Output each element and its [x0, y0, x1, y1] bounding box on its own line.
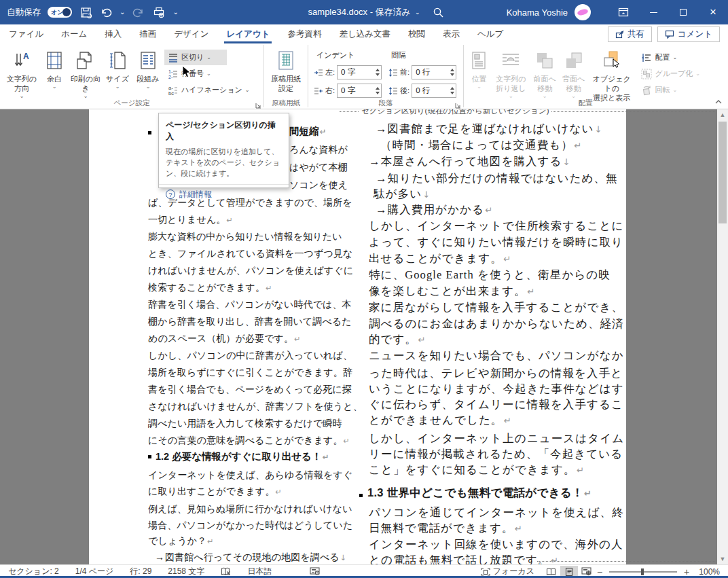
line-numbers-button[interactable]: 1- 2- 行番号 ⌄	[164, 66, 254, 82]
tab-ヘルプ[interactable]: ヘルプ	[469, 24, 512, 43]
spin-up-icon[interactable]	[376, 69, 380, 71]
spin-up-icon[interactable]	[376, 87, 380, 90]
text-wrap-icon	[500, 48, 521, 73]
zoom-slider[interactable]	[609, 571, 677, 573]
zoom-slider-thumb[interactable]	[641, 568, 644, 575]
tab-ファイル[interactable]: ファイル	[0, 24, 52, 43]
spin-up-icon[interactable]	[450, 87, 454, 90]
spin-down-icon[interactable]	[450, 73, 454, 76]
align-icon	[641, 52, 653, 63]
spacing-before-text: 前:	[400, 67, 410, 77]
scrollbar-thumb[interactable]	[718, 122, 727, 223]
text-direction-button[interactable]: A 文字列の方向 ⌄	[3, 46, 41, 99]
doc-text-line: しかし、インターネットで住所検索することに	[369, 219, 623, 234]
indent-right-input[interactable]: 0 字	[337, 84, 382, 98]
close-button[interactable]: ×	[698, 0, 728, 24]
doc-text-line: 的です。↵	[369, 332, 425, 347]
group-label-paragraph: 段落	[308, 98, 463, 108]
svg-text:2-: 2-	[168, 75, 173, 79]
redo-icon	[132, 5, 145, 19]
display-settings-icon[interactable]	[302, 567, 328, 576]
spin-down-icon[interactable]	[450, 92, 454, 94]
tab-表示[interactable]: 表示	[434, 24, 469, 43]
tab-挿入[interactable]: 挿入	[96, 24, 130, 43]
doc-text-line: にその言葉の意味を調べることができます。↵	[148, 435, 350, 447]
print-preview-icon[interactable]	[152, 5, 166, 19]
breaks-button[interactable]: 区切り ⌄	[164, 50, 227, 65]
tooltip-help-link[interactable]: ? 詳細情報	[166, 189, 282, 200]
doc-text-line: でしょうか？↵	[148, 535, 214, 547]
spacing-before-icon	[388, 69, 398, 77]
indent-label: インデント	[316, 50, 382, 60]
zoom-level[interactable]: 100%	[691, 567, 728, 577]
doc-text-line: 場所を取らずにすぐに引くことができます。辞	[148, 367, 352, 379]
selection-pane-button[interactable]: オブジェクトの 選択と表示	[588, 46, 636, 103]
scroll-down-icon[interactable]: ▼	[717, 554, 728, 564]
columns-button[interactable]: 段組み ⌄	[132, 46, 164, 90]
user-name[interactable]: Kohama Yoshie	[507, 7, 568, 18]
spellcheck-icon[interactable]	[213, 567, 239, 576]
avatar[interactable]	[575, 4, 591, 20]
genko-settings-button[interactable]: 原稿用紙 設定	[267, 46, 305, 94]
autosave-toggle[interactable]: オン	[48, 7, 72, 18]
group-page-setup: A 文字列の方向 ⌄ 余白 ⌄	[0, 43, 263, 109]
undo-dropdown-icon[interactable]: ⌄	[120, 9, 125, 16]
size-button[interactable]: サイズ ⌄	[103, 46, 132, 90]
tab-描画[interactable]: 描画	[130, 24, 165, 43]
title-bar: 自動保存 オン ⌄	[0, 0, 728, 24]
tab-レイアウト[interactable]: レイアウト	[217, 24, 278, 43]
title-dropdown-icon[interactable]: ⌄	[415, 9, 420, 16]
document-area[interactable]: セクション区切り(現在の位置から新しいセクション) 間短縮↵ろんな資料がはやがて…	[0, 109, 717, 564]
tab-デザイン[interactable]: デザイン	[165, 24, 217, 43]
orientation-button[interactable]: 印刷の向き ⌄	[68, 46, 103, 99]
paragraph-mark-icon: ↵	[515, 524, 522, 534]
maximize-button[interactable]	[668, 0, 698, 24]
focus-icon	[481, 568, 490, 576]
scroll-up-icon[interactable]: ▲	[717, 109, 728, 120]
doc-text-line: に取り出すことができます。↵	[148, 486, 282, 498]
hyphenation-button[interactable]: a- bc ハイフネーション ⌄	[164, 82, 254, 98]
qat-more-icon[interactable]: ⌄	[172, 9, 178, 16]
tab-差し込み文書[interactable]: 差し込み文書	[330, 24, 399, 43]
spin-down-icon[interactable]	[376, 73, 380, 76]
doc-text-line: 辞書を引く場合、パソコンがない時代では、本	[148, 299, 352, 311]
group-objects-icon	[641, 68, 653, 79]
bring-forward-icon	[534, 48, 555, 73]
save-icon[interactable]	[79, 5, 92, 19]
chevron-down-icon: ⌄	[673, 88, 678, 93]
spacing-before-input[interactable]: 0 行	[412, 65, 456, 79]
spin-up-icon[interactable]	[450, 69, 454, 71]
paragraph-mark-icon: ↵	[266, 284, 272, 293]
doc-text-line: 調べたい用語を入力して検索するだけで瞬時	[148, 418, 342, 430]
vertical-scrollbar[interactable]: ▲ ▼	[717, 109, 728, 564]
tab-ホーム[interactable]: ホーム	[52, 24, 96, 43]
indent-left-input[interactable]: 0 字	[337, 65, 382, 79]
align-button[interactable]: 配置 ⌄	[638, 50, 704, 65]
paragraph-mark-icon: ↵	[485, 205, 492, 215]
tab-参考資料[interactable]: 参考資料	[278, 24, 330, 43]
ribbon-display-options-icon[interactable]	[608, 0, 638, 24]
spacing-after-input[interactable]: 0 行	[412, 84, 456, 98]
doc-text-line: ソコンを使え	[289, 179, 348, 192]
indent-right-icon	[314, 87, 323, 95]
dialog-launcher-icon[interactable]	[255, 100, 262, 107]
hyphenation-label: ハイフネーション	[181, 85, 242, 95]
paragraph-mark-icon: ↵	[276, 488, 282, 496]
margins-button[interactable]: 余白 ⌄	[41, 46, 68, 90]
tooltip-title: ページ/セクション区切りの挿入	[166, 120, 282, 143]
spin-down-icon[interactable]	[376, 92, 380, 94]
text-direction-icon: A	[12, 48, 32, 73]
search-icon[interactable]	[432, 5, 445, 19]
tab-校閲[interactable]: 校閲	[399, 24, 434, 43]
share-button[interactable]: 共有	[608, 26, 652, 42]
undo-icon[interactable]	[99, 5, 113, 19]
text-wrap-button: 文字列の折り返し ⌄	[492, 46, 530, 99]
comments-button[interactable]: コメント	[657, 26, 720, 42]
doc-text-line: さなければいけませんが、辞書ソフトを使うと、	[148, 401, 363, 413]
collapse-ribbon-icon[interactable]	[714, 98, 723, 106]
minimize-button[interactable]	[638, 0, 668, 24]
dialog-launcher-icon[interactable]	[454, 100, 462, 107]
doc-text-line: 書を引く場合でも、ページをめくって必死に探	[148, 384, 352, 396]
chevron-down-icon: ⌄	[477, 84, 481, 90]
status-bar: セクション: 2 1/4 ページ 行: 29 2158 文字 日本語 フォーカス	[0, 564, 728, 578]
